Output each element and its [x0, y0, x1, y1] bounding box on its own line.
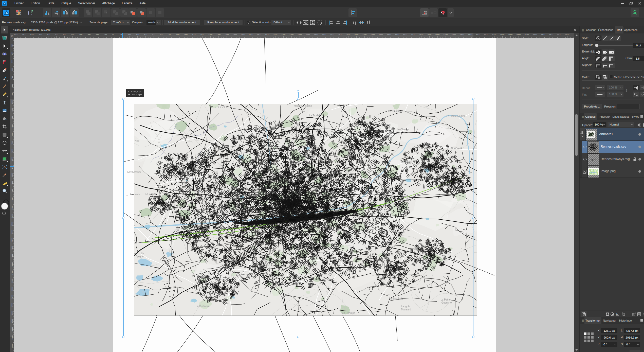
menu-aide[interactable]: Aide — [136, 0, 149, 7]
move-to-back-button[interactable] — [128, 8, 137, 17]
live-filter-button[interactable] — [621, 311, 626, 317]
opacity-value[interactable]: 100 % — [593, 122, 606, 127]
text-tool[interactable]: A — [1, 163, 8, 170]
tab-effets-rapides[interactable]: Effets rapides — [612, 113, 630, 120]
menu-affichage[interactable]: Affichage — [99, 0, 118, 7]
auto-select-mode[interactable]: Défaut — [271, 20, 291, 25]
round-join-button[interactable] — [595, 56, 601, 61]
shear-options-chevron[interactable] — [640, 350, 644, 352]
layers-tabs-drag-handle[interactable]: || — [582, 115, 584, 118]
page-box-select[interactable]: TrimBox — [111, 20, 130, 25]
menu-edition[interactable]: Edition — [27, 0, 44, 7]
selection-handle-middle-right[interactable] — [472, 217, 474, 219]
end-line-style-select[interactable] — [595, 92, 605, 97]
tab-trait[interactable]: Trait — [615, 26, 623, 33]
slider-knob[interactable] — [595, 44, 598, 47]
tab-apparence[interactable]: Apparence — [624, 26, 638, 33]
alignment-options-button[interactable] — [348, 8, 357, 17]
butt-cap-button[interactable] — [595, 49, 601, 55]
ellipse-tool[interactable] — [1, 139, 8, 146]
crop-tool[interactable] — [1, 123, 8, 130]
point-transform-tool[interactable] — [1, 50, 8, 58]
arrow-head-button[interactable] — [640, 85, 644, 90]
modify-document-button[interactable]: Modifier un document — [164, 20, 200, 25]
mask-layer-button[interactable] — [605, 311, 610, 317]
move-to-front-button[interactable] — [137, 8, 146, 17]
rotate-cw-button[interactable] — [70, 8, 79, 17]
height-value[interactable]: 2936,1 px — [624, 335, 640, 340]
anchor-point-0-1[interactable] — [587, 332, 590, 335]
edit-all-layers-button[interactable] — [303, 20, 309, 25]
auto-select-checkbox[interactable] — [247, 21, 250, 24]
scale-with-object-checkbox[interactable] — [609, 75, 613, 78]
adjustment-layer-button[interactable] — [610, 311, 615, 317]
minimize-button[interactable] — [618, 0, 627, 7]
properties-button[interactable]: Propriétés... — [582, 104, 602, 109]
snapping-magnet-button[interactable] — [438, 8, 447, 17]
layer-settings-gear-icon[interactable] — [637, 122, 641, 127]
pencil-tool[interactable] — [1, 91, 8, 98]
pen-tool[interactable] — [1, 67, 8, 74]
stroke-tabs-drag-handle[interactable]: || — [582, 28, 584, 31]
artboard-expand-gutter[interactable] — [580, 128, 585, 140]
node-tool[interactable] — [1, 43, 8, 50]
snapping-options-chevron-button[interactable] — [448, 8, 454, 17]
layer-row-image-png[interactable]: Image.png — [580, 165, 644, 178]
anchor-point-2-1[interactable] — [587, 340, 590, 342]
delete-layer-button[interactable] — [642, 311, 644, 317]
layers-tabs-menu-icon[interactable] — [640, 115, 643, 118]
transform-objects-separately-button[interactable] — [309, 20, 316, 25]
pressure-profile-widget[interactable] — [617, 104, 639, 109]
square-cap-button[interactable] — [608, 49, 615, 55]
miter-join-button[interactable] — [608, 56, 615, 61]
export-persona-button[interactable] — [27, 8, 35, 17]
miter-limit-value[interactable]: 1,5 — [633, 56, 644, 61]
selection-handle-bottom-left[interactable] — [122, 336, 124, 338]
flip-horizontal-button[interactable] — [43, 8, 51, 17]
layer-visibility-dot[interactable] — [638, 146, 641, 148]
transform-tabs-drag-handle[interactable]: || — [582, 319, 584, 322]
scroll-up-arrow[interactable] — [575, 34, 578, 36]
x-value[interactable]: 126,1 px — [601, 328, 617, 333]
selection-handle-rotation[interactable] — [297, 90, 299, 93]
scrollbar-thumb[interactable] — [575, 114, 578, 156]
lock-layer-icon[interactable] — [642, 122, 644, 127]
selection-handle-top-left[interactable] — [122, 98, 124, 100]
fill-gradient-tool[interactable] — [1, 99, 8, 106]
anchor-point-2-0[interactable] — [584, 340, 586, 342]
end-percent-select[interactable]: 100 % — [607, 92, 623, 97]
tab-navigateur[interactable]: Navigateur — [603, 317, 616, 324]
align-top-button[interactable] — [352, 20, 358, 25]
canvas-viewport[interactable]: L: 4313,5 px H: 2933,2 px — [14, 38, 574, 352]
cycle-selection-box-button[interactable] — [296, 20, 302, 25]
layer-row-artboard1[interactable]: Artboard1 — [580, 128, 644, 141]
edit-all-layers-stack-button[interactable] — [581, 311, 587, 317]
anchor-point-1-1[interactable] — [587, 336, 590, 339]
account-person-button[interactable] — [631, 8, 639, 17]
menu-fichier[interactable]: Fichier — [11, 0, 27, 7]
align-center-stroke-button[interactable] — [595, 63, 601, 68]
width-value[interactable]: 4317,8 px — [624, 328, 640, 333]
shear-value[interactable]: 0 ° — [624, 342, 640, 347]
layer-effects-fx-button[interactable]: fx — [616, 311, 620, 317]
pressure-to-line-button[interactable] — [633, 85, 639, 90]
shape-tool[interactable] — [1, 155, 8, 162]
close-document-icon[interactable] — [573, 28, 577, 32]
layer-row-rennes-railways-svg[interactable]: Rennes railways.svg — [580, 153, 644, 165]
add-pixel-layer-button[interactable] — [637, 311, 641, 317]
selection-handle-top-right[interactable] — [472, 98, 474, 100]
personas-grid-button[interactable] — [14, 8, 23, 17]
corner-tool[interactable] — [1, 59, 8, 66]
ruler-units-corner[interactable]: px — [10, 33, 14, 38]
y-value[interactable]: 960,6 px — [601, 335, 617, 340]
show-selection-in-layers-button[interactable] — [316, 20, 323, 25]
tab-pinceaux[interactable]: Pinceaux — [598, 113, 611, 120]
shear-tool-button[interactable] — [630, 350, 640, 352]
svg-layer-value[interactable]: roads — [146, 20, 156, 25]
colour-picker-tool[interactable] — [1, 171, 8, 179]
layer-visibility-dot[interactable] — [638, 158, 641, 161]
place-image-tool[interactable] — [1, 107, 8, 114]
reset-arrows-button[interactable] — [640, 92, 644, 97]
close-window-button[interactable] — [635, 0, 644, 7]
anchor-point-0-2[interactable] — [591, 332, 594, 335]
